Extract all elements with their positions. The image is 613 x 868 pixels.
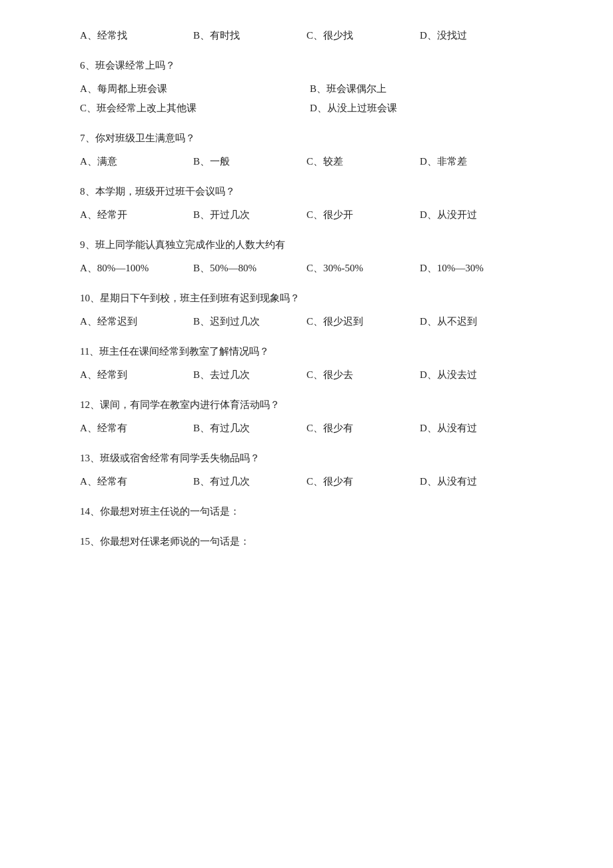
q8-option-b: B、开过几次 xyxy=(193,206,306,224)
question-13-block: 13、班级或宿舍经常有同学丢失物品吗？ A、经常有 B、有过几次 C、很少有 D… xyxy=(80,449,533,491)
question-6-options: A、每周都上班会课 B、班会课偶尔上 C、班会经常上改上其他课 D、从没上过班会… xyxy=(80,80,533,117)
q10-option-a: A、经常迟到 xyxy=(80,313,193,331)
intro-options-block: A、经常找 B、有时找 C、很少找 D、没找过 xyxy=(80,27,533,45)
question-12-options: A、经常有 B、有过几次 C、很少有 D、从没有过 xyxy=(80,419,533,437)
q10-option-c: C、很少迟到 xyxy=(306,313,420,331)
question-15-block: 15、你最想对任课老师说的一句话是： xyxy=(80,533,533,551)
question-9-block: 9、班上同学能认真独立完成作业的人数大约有 A、80%—100% B、50%—8… xyxy=(80,236,533,277)
question-9-options: A、80%—100% B、50%—80% C、30%-50% D、10%—30% xyxy=(80,259,533,277)
question-9-text: 9、班上同学能认真独立完成作业的人数大约有 xyxy=(80,236,533,254)
q6-option-b: B、班会课偶尔上 xyxy=(310,80,533,98)
q13-option-b: B、有过几次 xyxy=(193,473,306,491)
question-7-block: 7、你对班级卫生满意吗？ A、满意 B、一般 C、较差 D、非常差 xyxy=(80,129,533,171)
q9-option-a: A、80%—100% xyxy=(80,259,193,277)
question-12-block: 12、课间，有同学在教室内进行体育活动吗？ A、经常有 B、有过几次 C、很少有… xyxy=(80,396,533,437)
option-d1: D、没找过 xyxy=(420,27,533,45)
option-b1: B、有时找 xyxy=(193,27,306,45)
q9-option-b: B、50%—80% xyxy=(193,259,306,277)
question-13-text: 13、班级或宿舍经常有同学丢失物品吗？ xyxy=(80,449,533,467)
question-15-text: 15、你最想对任课老师说的一句话是： xyxy=(80,533,533,551)
q7-option-b: B、一般 xyxy=(193,153,306,171)
question-8-text: 8、本学期，班级开过班干会议吗？ xyxy=(80,183,533,201)
question-7-text: 7、你对班级卫生满意吗？ xyxy=(80,129,533,147)
question-14-text: 14、你最想对班主任说的一句话是： xyxy=(80,503,533,521)
question-12-text: 12、课间，有同学在教室内进行体育活动吗？ xyxy=(80,396,533,414)
q10-option-d: D、从不迟到 xyxy=(420,313,533,331)
question-11-options: A、经常到 B、去过几次 C、很少去 D、从没去过 xyxy=(80,366,533,384)
content-area: A、经常找 B、有时找 C、很少找 D、没找过 6、班会课经常上吗？ A、每周都… xyxy=(80,27,533,551)
option-a1: A、经常找 xyxy=(80,27,193,45)
question-11-text: 11、班主任在课间经常到教室了解情况吗？ xyxy=(80,343,533,361)
q7-option-d: D、非常差 xyxy=(420,153,533,171)
option-c1: C、很少找 xyxy=(306,27,420,45)
q11-option-b: B、去过几次 xyxy=(193,366,306,384)
q9-option-d: D、10%—30% xyxy=(420,259,533,277)
q6-option-d: D、从没上过班会课 xyxy=(310,99,533,117)
q12-option-d: D、从没有过 xyxy=(420,419,533,437)
question-6-block: 6、班会课经常上吗？ A、每周都上班会课 B、班会课偶尔上 C、班会经常上改上其… xyxy=(80,57,533,117)
question-10-options: A、经常迟到 B、迟到过几次 C、很少迟到 D、从不迟到 xyxy=(80,313,533,331)
q6-option-c: C、班会经常上改上其他课 xyxy=(80,99,303,117)
question-8-block: 8、本学期，班级开过班干会议吗？ A、经常开 B、开过几次 C、很少开 D、从没… xyxy=(80,183,533,224)
q12-option-b: B、有过几次 xyxy=(193,419,306,437)
question-13-options: A、经常有 B、有过几次 C、很少有 D、从没有过 xyxy=(80,473,533,491)
q9-option-c: C、30%-50% xyxy=(306,259,420,277)
q13-option-d: D、从没有过 xyxy=(420,473,533,491)
q11-option-c: C、很少去 xyxy=(306,366,420,384)
q7-option-a: A、满意 xyxy=(80,153,193,171)
question-10-block: 10、星期日下午到校，班主任到班有迟到现象吗？ A、经常迟到 B、迟到过几次 C… xyxy=(80,289,533,331)
question-8-options: A、经常开 B、开过几次 C、很少开 D、从没开过 xyxy=(80,206,533,224)
q10-option-b: B、迟到过几次 xyxy=(193,313,306,331)
question-6-text: 6、班会课经常上吗？ xyxy=(80,57,533,75)
q13-option-a: A、经常有 xyxy=(80,473,193,491)
q12-option-c: C、很少有 xyxy=(306,419,420,437)
question-7-options: A、满意 B、一般 C、较差 D、非常差 xyxy=(80,153,533,171)
question-11-block: 11、班主任在课间经常到教室了解情况吗？ A、经常到 B、去过几次 C、很少去 … xyxy=(80,343,533,384)
q12-option-a: A、经常有 xyxy=(80,419,193,437)
question-14-block: 14、你最想对班主任说的一句话是： xyxy=(80,503,533,521)
q11-option-a: A、经常到 xyxy=(80,366,193,384)
q8-option-a: A、经常开 xyxy=(80,206,193,224)
q8-option-d: D、从没开过 xyxy=(420,206,533,224)
q13-option-c: C、很少有 xyxy=(306,473,420,491)
q7-option-c: C、较差 xyxy=(306,153,420,171)
q11-option-d: D、从没去过 xyxy=(420,366,533,384)
intro-options-row: A、经常找 B、有时找 C、很少找 D、没找过 xyxy=(80,27,533,45)
q8-option-c: C、很少开 xyxy=(306,206,420,224)
q6-option-a: A、每周都上班会课 xyxy=(80,80,303,98)
question-10-text: 10、星期日下午到校，班主任到班有迟到现象吗？ xyxy=(80,289,533,307)
